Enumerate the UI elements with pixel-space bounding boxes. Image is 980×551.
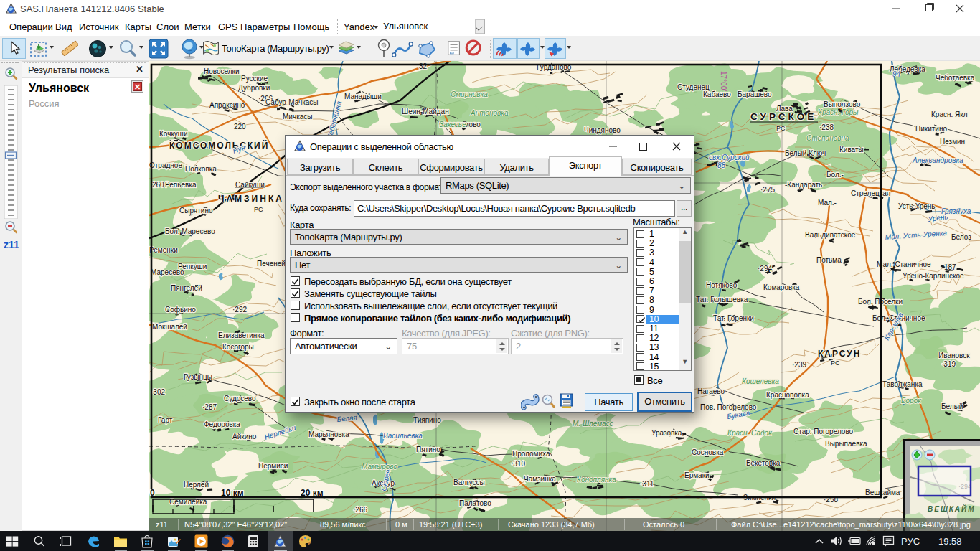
svg-text:Красн. Садок: Красн. Садок — [727, 429, 773, 437]
svg-text:Елизаветинка: Елизаветинка — [218, 331, 265, 339]
svg-text:Чамзинка: Чамзинка — [524, 475, 556, 483]
svg-text:КАРСУН: КАРСУН — [818, 349, 861, 359]
svg-text:Уразовка: Уразовка — [651, 429, 682, 437]
svg-text:Судосево: Судосево — [224, 395, 256, 402]
svg-text:Белый Ключ: Белый Ключ — [785, 149, 826, 157]
svg-text:ЧАМЗИНКА: ЧАМЗИНКА — [218, 194, 284, 204]
svg-text:187: 187 — [944, 263, 956, 271]
svg-text:Манадыши: Манадыши — [344, 93, 382, 100]
svg-text:Бекетовка: Бекетовка — [746, 459, 781, 467]
svg-text:·287: ·287 — [202, 403, 217, 411]
svg-text:Ермаки: Ермаки — [684, 471, 710, 479]
svg-text:Федоровка: Федоровка — [204, 420, 240, 428]
svg-text:0: 0 — [150, 488, 155, 498]
svg-text:Потьма: Потьма — [816, 256, 842, 264]
svg-text:Нагаево: Нагаево — [697, 387, 725, 395]
svg-text:Софьино: Софьино — [165, 306, 196, 314]
svg-text:Маресево: Маресево — [151, 268, 184, 276]
svg-text:Мичкасы: Мичкасы — [283, 113, 312, 121]
svg-text:Васильевка: Васильевка — [383, 432, 423, 440]
svg-text:Вальдиватское: Вальдиватское — [805, 231, 856, 239]
svg-text:Сырятино: Сырятино — [179, 207, 213, 215]
svg-text:·238: ·238 — [819, 123, 834, 131]
svg-text:Пермиси: Пермиси — [258, 462, 288, 470]
svg-text:Красн. Якл: Красн. Якл — [931, 110, 968, 118]
svg-text:РС: РС — [831, 359, 840, 367]
svg-text:Новоселки: Новоселки — [204, 67, 240, 75]
svg-text:88: 88 — [717, 161, 726, 169]
svg-text:М. Шлемасс: М. Шлемасс — [573, 420, 613, 428]
svg-text:Смирновка: Смирновка — [451, 90, 488, 98]
svg-text:Марьяновка: Марьяновка — [308, 430, 349, 438]
svg-text:-Кандарать: -Кандарать — [785, 181, 822, 189]
svg-text:Усть-Урень: Усть-Урень — [898, 202, 936, 210]
svg-text:17°00': 17°00' — [720, 71, 727, 91]
svg-text:Нерлей: Нерлей — [184, 481, 209, 489]
svg-text:Закесье: Закесье — [439, 121, 466, 128]
svg-text:Коноплянка: Коноплянка — [577, 476, 616, 484]
svg-text:Белоз: Белоз — [951, 233, 971, 241]
svg-text:Александровка: Александровка — [912, 156, 963, 164]
svg-text:Кошелевка: Кошелевка — [742, 377, 779, 385]
svg-text:Урено-Карлинское: Урено-Карлинское — [903, 272, 964, 280]
svg-text:Сабур-Мачкасы: Сабур-Мачкасы — [265, 98, 319, 106]
svg-text:·294: ·294 — [758, 265, 772, 273]
svg-text:Белый: Белый — [941, 402, 963, 410]
svg-text:Тат. Горенки: Тат. Горенки — [713, 314, 754, 322]
svg-text:·239: ·239 — [792, 361, 806, 369]
svg-text:Тат. Голышевка: Тат. Голышевка — [696, 296, 748, 303]
svg-text:·311: ·311 — [640, 480, 654, 488]
svg-text:Ивановск: Ивановск — [938, 352, 970, 359]
svg-text:·319: ·319 — [941, 360, 956, 368]
svg-text:Мамырово: Мамырово — [362, 463, 397, 471]
svg-text:Киваты: Киваты — [839, 146, 864, 154]
svg-text:Мал.-: Мал.- — [818, 199, 837, 207]
svg-text:Валгуссы: Валгуссы — [453, 479, 485, 486]
svg-text:·275: ·275 — [760, 186, 775, 194]
svg-text:Стрелецкая: Стрелецкая — [851, 189, 890, 197]
svg-text:Вешкайма: Вешкайма — [865, 489, 900, 496]
svg-text:Тияпино: Тияпино — [413, 416, 441, 424]
svg-text:·266: ·266 — [353, 506, 367, 514]
svg-text:Вырыпаевка: Вырыпаевка — [825, 440, 867, 448]
svg-text:Гарт: Гарт — [158, 416, 173, 424]
svg-text:Никитино: Никитино — [915, 125, 947, 133]
svg-text:·302: ·302 — [151, 388, 165, 396]
svg-text:260: 260 — [152, 181, 164, 189]
svg-text:Степановна: Степановна — [806, 134, 849, 142]
svg-text:Чиндяново: Чиндяново — [584, 126, 621, 134]
svg-text:Апраксино: Апраксино — [209, 101, 245, 109]
svg-text:Незмин: Незмин — [940, 138, 965, 146]
svg-text:Мал. Станичное: Мал. Станичное — [877, 260, 931, 268]
svg-text:Стар. Погорелово: Стар. Погорелово — [793, 428, 854, 435]
svg-text:Бол.-: Бол.- — [826, 171, 844, 179]
svg-text:СУРСКОЕ: СУРСКОЕ — [750, 111, 816, 122]
svg-text:Русские: Русские — [241, 75, 268, 83]
svg-text:Красн. Горы: Красн. Горы — [818, 108, 859, 116]
svg-text:20 км: 20 км — [301, 488, 324, 498]
svg-text:Айкино: Айкино — [232, 433, 257, 441]
svg-text:Отрадное: Отрадное — [149, 161, 182, 169]
svg-text:Пятино: Пятино — [416, 446, 440, 453]
svg-text:Косогоры: Косогоры — [222, 343, 254, 351]
svg-text:Сосновка: Сосновка — [692, 448, 724, 456]
svg-text:Кабаево: Кабаево — [703, 90, 731, 98]
svg-text:Комаровка: Комаровка — [763, 283, 800, 291]
svg-text:·292: ·292 — [232, 306, 247, 314]
svg-text:10 км: 10 км — [221, 488, 244, 498]
svg-text:Репьевка: Репьевка — [165, 181, 197, 189]
svg-text:Мокшалей: Мокшалей — [152, 323, 187, 331]
svg-text:Дубровки: Дубровки — [238, 84, 270, 92]
svg-text:94: 94 — [892, 70, 901, 78]
svg-text:свх.Сурский: свх.Сурский — [709, 154, 750, 161]
svg-text:РС: РС — [254, 206, 263, 213]
svg-text:Бол. Маресево: Бол. Маресево — [165, 227, 215, 235]
svg-text:32: 32 — [419, 62, 428, 70]
svg-text:Таволжанка: Таволжанка — [882, 380, 923, 388]
svg-text:Полковка: Полковка — [185, 165, 217, 173]
svg-text:Палатово: Палатово — [459, 499, 491, 507]
svg-text:·310: ·310 — [511, 460, 525, 468]
svg-text:Антоновка: Антоновка — [470, 109, 509, 117]
svg-text:Краснополка: Краснополка — [766, 391, 809, 399]
svg-text:Грязнуха: Грязнуха — [941, 207, 971, 215]
